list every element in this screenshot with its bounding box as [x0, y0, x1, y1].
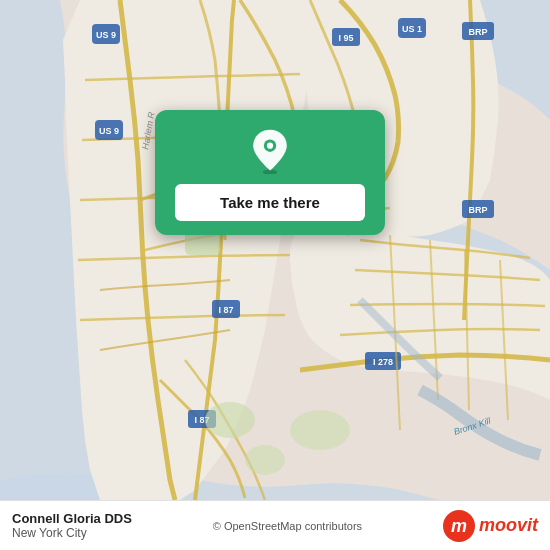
take-me-there-button[interactable]: Take me there [175, 184, 365, 221]
svg-point-23 [245, 445, 285, 475]
svg-text:I 278: I 278 [373, 357, 393, 367]
svg-text:I 95: I 95 [338, 33, 353, 43]
moovit-text: moovit [479, 515, 538, 536]
svg-text:BRP: BRP [468, 205, 487, 215]
attribution-text: © OpenStreetMap contributors [213, 520, 362, 532]
svg-text:US 9: US 9 [99, 126, 119, 136]
moovit-logo: m moovit [443, 510, 538, 542]
svg-point-21 [205, 402, 255, 438]
place-name: Connell Gloria DDS [12, 511, 132, 526]
popup-card[interactable]: Take me there [155, 110, 385, 235]
place-info: Connell Gloria DDS New York City [12, 511, 132, 540]
bottom-bar: Connell Gloria DDS New York City © OpenS… [0, 500, 550, 550]
location-pin-icon [247, 128, 293, 174]
place-city: New York City [12, 526, 87, 540]
svg-point-27 [267, 143, 273, 149]
svg-text:BRP: BRP [468, 27, 487, 37]
svg-text:US 9: US 9 [96, 30, 116, 40]
map-container: I 278 US 9 US 9 US [0, 0, 550, 500]
moovit-m-icon: m [443, 510, 475, 542]
svg-text:m: m [451, 516, 467, 536]
svg-text:I 87: I 87 [218, 305, 233, 315]
svg-text:US 1: US 1 [402, 24, 422, 34]
map-svg: I 278 US 9 US 9 US [0, 0, 550, 500]
svg-point-22 [290, 410, 350, 450]
